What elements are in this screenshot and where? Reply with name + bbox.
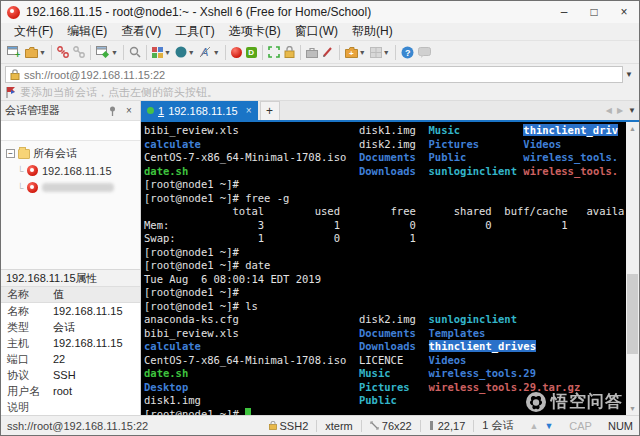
terminal-window: bibi_review.xls disk1.img Music thinclie… xyxy=(141,122,639,415)
scroll-top-icon[interactable]: ▲ xyxy=(529,421,538,431)
menu-help[interactable]: 帮助(H) xyxy=(345,23,400,40)
resize-icon xyxy=(370,421,379,430)
feedback-icon[interactable] xyxy=(416,42,433,62)
redacted-session-label xyxy=(42,183,114,192)
folder-icon xyxy=(18,149,30,159)
address-dropdown-icon[interactable]: ▼ xyxy=(623,70,635,79)
tab-bar: 1 192.168.11.15 × + ◀ ▶ ▼ xyxy=(141,101,639,122)
font-icon[interactable]: A▼ xyxy=(197,42,222,62)
lock-icon[interactable] xyxy=(282,42,297,62)
status-terminal-size: 76x22 xyxy=(382,420,412,432)
hint-text: 要添加当前会话，点击左侧的箭头按钮。 xyxy=(20,85,218,100)
menu-tools[interactable]: 工具(T) xyxy=(168,23,221,40)
collapse-icon[interactable]: − xyxy=(6,149,15,158)
property-row[interactable]: 用户名root xyxy=(1,383,140,399)
help-icon[interactable]: ? xyxy=(399,42,416,62)
new-folder-icon[interactable]: +▼ xyxy=(343,42,368,62)
session-tree: − 所有会话 └ 192.168.11.15 └ xyxy=(1,141,140,269)
scrollbar-thumb[interactable] xyxy=(627,274,638,354)
address-field[interactable]: ssh://root@192.168.11.15:22 xyxy=(5,66,623,83)
search-input[interactable] xyxy=(5,125,147,137)
tab-scroll-left-icon[interactable]: ◀ xyxy=(606,106,612,115)
tree-root-all-sessions[interactable]: − 所有会话 xyxy=(3,145,138,162)
panel-close-icon[interactable]: × xyxy=(122,105,136,116)
pin-icon[interactable] xyxy=(108,106,122,116)
maximize-button[interactable]: □ xyxy=(579,1,609,23)
hint-bar: 要添加当前会话，点击左侧的箭头按钮。 xyxy=(1,85,639,101)
property-row[interactable]: 名称192.168.11.15 xyxy=(1,303,140,319)
session-manager-panel: 会话管理器 × − 所有会话 └ 192.168.11. xyxy=(1,101,141,415)
session-icon xyxy=(27,165,38,176)
property-row[interactable]: 说明 xyxy=(1,399,140,415)
new-session-icon[interactable]: + xyxy=(5,42,23,62)
session-item-redacted[interactable]: └ xyxy=(3,179,138,196)
color-scheme-icon[interactable]: ▼ xyxy=(150,42,173,62)
status-caps-indicator: CAP xyxy=(561,420,600,432)
add-session-flag-icon[interactable] xyxy=(6,87,16,98)
scroll-up-icon[interactable]: ▲ xyxy=(626,122,639,135)
property-row[interactable]: 主机192.168.11.15 xyxy=(1,335,140,351)
address-url[interactable]: ssh://root@192.168.11.15:22 xyxy=(24,69,618,81)
properties-col-name: 名称 xyxy=(1,287,53,302)
scroll-bottom-icon[interactable]: ▼ xyxy=(544,421,553,431)
properties-col-value: 值 xyxy=(53,287,140,302)
status-cursor-position: 22,17 xyxy=(438,420,466,432)
reconnect-icon[interactable] xyxy=(71,42,87,62)
xshell-app-icon xyxy=(7,6,20,19)
layout-icon[interactable]: ▼ xyxy=(368,42,392,62)
terminal-scrollbar[interactable]: ▲ ▼ xyxy=(626,122,639,415)
tab-192-168-11-15[interactable]: 1 192.168.11.15 × xyxy=(141,101,258,120)
close-button[interactable]: × xyxy=(609,1,639,23)
status-session-count: 1 会话 xyxy=(474,418,521,433)
status-connection-url: ssh://root@192.168.11.15:22 xyxy=(7,420,261,432)
disconnect-icon[interactable] xyxy=(55,42,71,62)
pen-icon[interactable] xyxy=(320,42,336,62)
terminal-output[interactable]: bibi_review.xls disk1.img Music thinclie… xyxy=(141,122,626,415)
xftp-icon[interactable]: D xyxy=(244,42,259,62)
status-lock-icon xyxy=(269,421,277,430)
find-icon[interactable] xyxy=(127,42,143,62)
duplicate-session-icon[interactable]: ▼ xyxy=(94,42,120,62)
menu-bar: 文件(F) 编辑(E) 查看(V) 工具(T) 选项卡(B) 窗口(W) 帮助(… xyxy=(1,23,639,41)
status-bar: ssh://root@192.168.11.15:22 SSH2 xterm 7… xyxy=(1,415,639,435)
cursor-position-icon xyxy=(429,421,435,430)
watermark-text: 悟空问答 xyxy=(551,390,623,413)
title-bar: 192.168.11.15 - root@node1:~ - Xshell 6 … xyxy=(1,1,639,23)
wukong-logo-icon xyxy=(525,391,547,413)
window-title: 192.168.11.15 - root@node1:~ - Xshell 6 … xyxy=(26,5,371,19)
new-tab-button[interactable]: + xyxy=(260,101,280,120)
session-manager-title: 会话管理器 xyxy=(5,103,108,118)
address-bar: ssh://root@192.168.11.15:22 ▼ xyxy=(1,64,639,85)
properties-title: 192.168.11.15属性 xyxy=(1,269,140,287)
property-row[interactable]: 协议SSH xyxy=(1,367,140,383)
connected-status-icon xyxy=(147,107,154,114)
open-folder-icon[interactable]: ▼ xyxy=(23,42,48,62)
status-num-indicator: NUM xyxy=(600,420,633,432)
menu-edit[interactable]: 编辑(E) xyxy=(60,23,114,40)
theme-icon[interactable]: ▼ xyxy=(173,42,197,62)
toolbar: + ▼ ▼ ▼ ▼ A▼ D xyxy=(1,41,639,64)
properties-table: 名称 值 名称192.168.11.15 类型会话 主机192.168.11.1… xyxy=(1,287,140,415)
tab-label: 192.168.11.15 xyxy=(168,105,238,117)
fullscreen-icon[interactable] xyxy=(266,42,282,62)
tab-close-icon[interactable]: × xyxy=(246,105,252,116)
xagent-icon[interactable] xyxy=(229,42,244,62)
menu-file[interactable]: 文件(F) xyxy=(7,23,60,40)
menu-tab[interactable]: 选项卡(B) xyxy=(222,23,288,40)
briefcase-icon[interactable] xyxy=(304,42,320,62)
scroll-down-icon[interactable]: ▼ xyxy=(626,402,639,415)
address-lock-icon xyxy=(10,69,20,80)
tab-scroll-right-icon[interactable]: ▶ xyxy=(617,106,623,115)
tab-list-dropdown-icon[interactable]: ▼ xyxy=(628,106,636,115)
minimize-button[interactable]: – xyxy=(549,1,579,23)
scrollbar-track[interactable] xyxy=(626,135,639,402)
property-row[interactable]: 端口22 xyxy=(1,351,140,367)
menu-window[interactable]: 窗口(W) xyxy=(288,23,345,40)
property-row[interactable]: 类型会话 xyxy=(1,319,140,335)
svg-text:?: ? xyxy=(405,48,411,58)
session-item-192-168-11-15[interactable]: └ 192.168.11.15 xyxy=(3,162,138,179)
menu-view[interactable]: 查看(V) xyxy=(114,23,168,40)
xshell-window: 192.168.11.15 - root@node1:~ - Xshell 6 … xyxy=(0,0,640,436)
status-protocol: SSH2 xyxy=(280,420,309,432)
svg-text:+: + xyxy=(349,49,354,58)
